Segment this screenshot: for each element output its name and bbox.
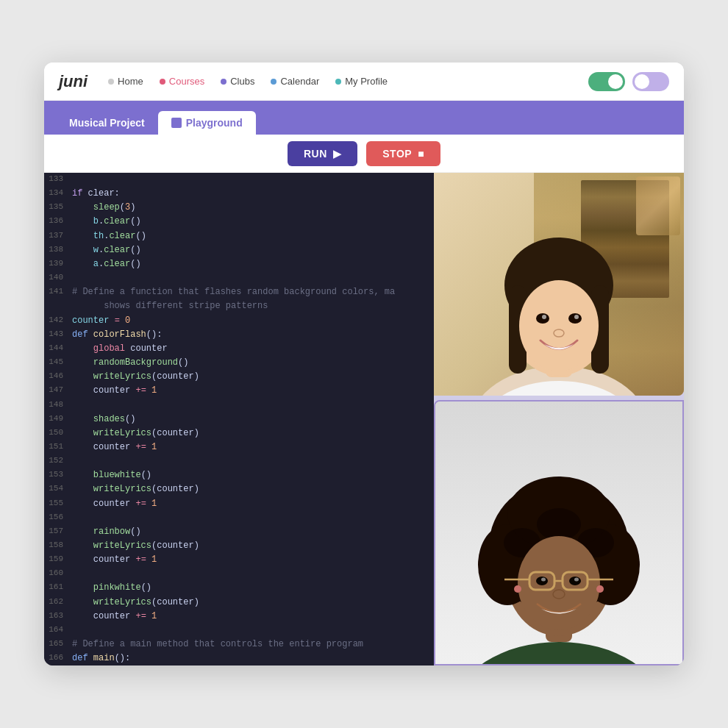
code-line: 143 def colorFlash(): bbox=[44, 328, 434, 342]
code-line: 164 bbox=[44, 624, 434, 638]
playground-icon bbox=[171, 118, 182, 128]
code-line: 135 sleep(3) bbox=[44, 201, 434, 215]
svg-point-35 bbox=[596, 585, 604, 593]
nav-courses[interactable]: Courses bbox=[160, 76, 204, 87]
svg-point-31 bbox=[541, 578, 546, 582]
nav-my-profile[interactable]: My Profile bbox=[335, 76, 388, 87]
toolbar: RUN ▶ STOP ■ bbox=[44, 135, 684, 173]
svg-point-22 bbox=[537, 508, 581, 540]
browser-window: juni Home Courses Clubs Calendar My Prof… bbox=[44, 63, 684, 665]
svg-point-34 bbox=[514, 585, 521, 593]
code-line: 161 pinkwhite() bbox=[44, 581, 434, 595]
code-line: 149 shades() bbox=[44, 413, 434, 427]
code-line: 153 bluewhite() bbox=[44, 468, 434, 482]
code-line: 146 writeLyrics(counter) bbox=[44, 370, 434, 384]
code-line: 137 th.clear() bbox=[44, 229, 434, 243]
code-line: 140 bbox=[44, 271, 434, 285]
svg-point-33 bbox=[553, 590, 565, 599]
svg-point-9 bbox=[542, 315, 546, 319]
code-line: 142 counter = 0 bbox=[44, 314, 434, 328]
main-content: 133 134 if clear: 135 sleep(3) 136 b.cle… bbox=[44, 173, 684, 665]
code-line: 151 counter += 1 bbox=[44, 440, 434, 454]
code-line: 141 # Define a function that flashes ran… bbox=[44, 285, 434, 299]
video-feed-2 bbox=[434, 400, 684, 666]
nav-calendar[interactable]: Calendar bbox=[271, 76, 319, 87]
nav-controls bbox=[588, 72, 669, 91]
svg-point-30 bbox=[569, 577, 581, 585]
code-line: 158 writeLyrics(counter) bbox=[44, 539, 434, 553]
stop-button[interactable]: STOP ■ bbox=[366, 141, 440, 166]
code-line: 154 writeLyrics(counter) bbox=[44, 482, 434, 496]
code-line: 138 w.clear() bbox=[44, 243, 434, 257]
code-line: 136 b.clear() bbox=[44, 215, 434, 229]
code-line: 162 writeLyrics(counter) bbox=[44, 596, 434, 610]
code-line: 139 a.clear() bbox=[44, 257, 434, 271]
code-editor[interactable]: 133 134 if clear: 135 sleep(3) 136 b.cle… bbox=[44, 173, 434, 665]
svg-point-11 bbox=[554, 329, 564, 337]
svg-point-6 bbox=[519, 280, 599, 371]
code-line: 147 counter += 1 bbox=[44, 384, 434, 398]
video-feed-1 bbox=[434, 173, 684, 396]
stop-icon: ■ bbox=[418, 148, 424, 160]
svg-point-13 bbox=[456, 642, 662, 664]
code-line: 163 counter += 1 bbox=[44, 610, 434, 624]
person1-video bbox=[434, 173, 684, 396]
code-line: 134 if clear: bbox=[44, 187, 434, 201]
person2-video bbox=[435, 402, 682, 665]
code-line: 133 bbox=[44, 173, 434, 187]
svg-point-29 bbox=[536, 577, 548, 585]
nav-logo: juni bbox=[59, 72, 88, 91]
code-line: 155 counter += 1 bbox=[44, 497, 434, 511]
svg-point-32 bbox=[574, 578, 579, 582]
code-line: 160 bbox=[44, 567, 434, 581]
person2-figure bbox=[449, 429, 669, 664]
video-panel bbox=[434, 173, 684, 665]
code-line: 159 counter += 1 bbox=[44, 553, 434, 567]
code-line: 166 def main(): bbox=[44, 652, 434, 665]
code-line: 148 bbox=[44, 399, 434, 413]
run-button[interactable]: RUN ▶ bbox=[288, 141, 357, 166]
code-line: 165 # Define a main method that controls… bbox=[44, 638, 434, 652]
code-line: 145 randomBackground() bbox=[44, 356, 434, 370]
nav-links: Home Courses Clubs Calendar My Profile bbox=[108, 76, 588, 87]
nav-home[interactable]: Home bbox=[108, 76, 143, 87]
tab-playground[interactable]: Playground bbox=[158, 111, 256, 135]
code-line: 157 rainbow() bbox=[44, 525, 434, 539]
play-icon: ▶ bbox=[333, 148, 342, 160]
code-line: 144 global counter bbox=[44, 342, 434, 356]
person1-figure bbox=[463, 190, 654, 396]
nav-clubs[interactable]: Clubs bbox=[221, 76, 254, 87]
code-line: shows different stripe patterns bbox=[44, 299, 434, 313]
toggle-purple[interactable] bbox=[632, 72, 669, 91]
tab-bar: Musical Project Playground bbox=[44, 101, 684, 135]
code-line: 156 bbox=[44, 511, 434, 525]
nav-bar: juni Home Courses Clubs Calendar My Prof… bbox=[44, 63, 684, 101]
svg-point-10 bbox=[574, 315, 579, 319]
tab-musical-project[interactable]: Musical Project bbox=[56, 111, 158, 135]
code-line: 150 writeLyrics(counter) bbox=[44, 427, 434, 440]
code-line: 152 bbox=[44, 454, 434, 468]
toggle-green[interactable] bbox=[588, 72, 625, 91]
